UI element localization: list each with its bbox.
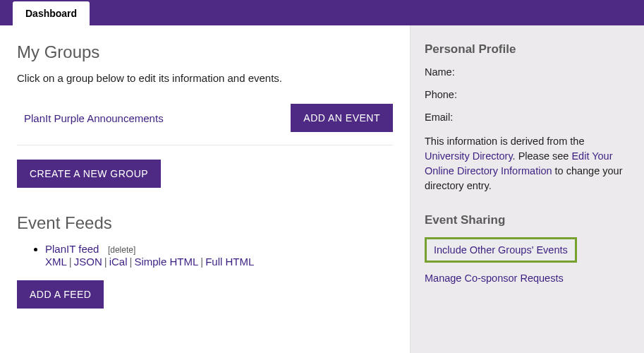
event-sharing-title: Event Sharing — [425, 213, 630, 227]
my-groups-title: My Groups — [17, 42, 393, 62]
feed-formats: XML|JSON|iCal|Simple HTML|Full HTML — [45, 256, 393, 268]
topbar: Dashboard — [0, 0, 644, 25]
sidebar: Personal Profile Name: Phone: Email: Thi… — [410, 25, 644, 353]
profile-email-label: Email: — [425, 112, 630, 123]
feed-delete-link[interactable]: [delete] — [108, 245, 135, 255]
feed-format-json[interactable]: JSON — [74, 256, 102, 268]
feed-format-ical[interactable]: iCal — [109, 256, 128, 268]
groups-subtext: Click on a group below to edit its infor… — [17, 72, 393, 84]
university-directory-link[interactable]: University Directory — [425, 150, 513, 162]
profile-phone-label: Phone: — [425, 89, 630, 100]
manage-cosponsor-link[interactable]: Manage Co-sponsor Requests — [425, 273, 630, 284]
desc-text-mid: . Please see — [513, 150, 572, 162]
profile-description: This information is derived from the Uni… — [425, 134, 630, 193]
tab-dashboard[interactable]: Dashboard — [13, 1, 90, 25]
group-link[interactable]: PlanIt Purple Announcements — [24, 112, 164, 124]
event-sharing-section: Event Sharing Include Other Groups' Even… — [425, 213, 630, 284]
feed-item: PlanIT feed [delete] XML|JSON|iCal|Simpl… — [45, 243, 393, 268]
include-other-groups-link[interactable]: Include Other Groups' Events — [434, 244, 568, 256]
group-row: PlanIt Purple Announcements ADD AN EVENT — [17, 100, 393, 145]
desc-text: This information is derived from the — [425, 136, 584, 147]
personal-profile-title: Personal Profile — [425, 42, 630, 56]
feed-name-link[interactable]: PlanIT feed — [45, 243, 99, 255]
profile-name-label: Name: — [425, 66, 630, 78]
feed-list: PlanIT feed [delete] XML|JSON|iCal|Simpl… — [17, 243, 393, 268]
feed-format-simple-html[interactable]: Simple HTML — [134, 256, 198, 268]
include-groups-highlight: Include Other Groups' Events — [425, 237, 577, 263]
event-feeds-title: Event Feeds — [17, 213, 393, 233]
add-event-button[interactable]: ADD AN EVENT — [291, 104, 393, 132]
main-panel: My Groups Click on a group below to edit… — [0, 25, 410, 353]
add-feed-button[interactable]: ADD A FEED — [17, 280, 104, 309]
content: My Groups Click on a group below to edit… — [0, 25, 644, 353]
create-group-button[interactable]: CREATE A NEW GROUP — [17, 160, 161, 188]
event-feeds-section: Event Feeds PlanIT feed [delete] XML|JSO… — [17, 213, 393, 309]
feed-format-xml[interactable]: XML — [45, 256, 67, 268]
feed-format-full-html[interactable]: Full HTML — [205, 256, 254, 268]
